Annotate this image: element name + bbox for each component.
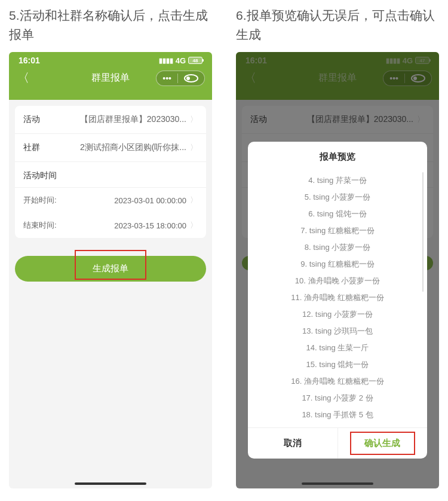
time-section-title: 活动时间 — [15, 162, 206, 188]
preview-item: 4. tsing 芹菜一份 — [257, 172, 418, 189]
step5-column: 5.活动和社群名称确认后，点击生成报单 16:01 ▮▮▮▮ 4G 48 〈 群… — [9, 6, 212, 488]
preview-item: 10. 渔舟唱晚 小菠萝一份 — [257, 273, 418, 289]
phone-screen-1: 16:01 ▮▮▮▮ 4G 48 〈 群里报单 ••• 活动 — [9, 52, 212, 488]
preview-modal: 报单预览 4. tsing 芹菜一份5. tsing 小菠萝一份6. tsing… — [248, 142, 427, 459]
end-time-value: 2023-03-15 18:00:00 — [57, 221, 186, 230]
end-time-label: 结束时间: — [23, 220, 57, 231]
generate-button-label: 生成报单 — [93, 263, 128, 273]
chevron-right-icon: 〉 — [190, 195, 198, 206]
preview-item-list: 4. tsing 芹菜一份5. tsing 小菠萝一份6. tsing 馄饨一份… — [257, 172, 418, 423]
preview-item: 14. tsing 生菜一斤 — [257, 340, 418, 356]
preview-item: 6. tsing 馄饨一份 — [257, 206, 418, 222]
preview-item: 7. tsing 红糖糍粑一份 — [257, 222, 418, 239]
preview-item: 13. tsing 沙琪玛一包 — [257, 323, 418, 340]
phone-screen-2: 16:01 ▮▮▮▮ 4G 47 〈 群里报单 ••• 活动 — [236, 52, 439, 488]
cancel-button[interactable]: 取消 — [248, 428, 338, 459]
modal-actions: 取消 确认生成 — [248, 427, 427, 459]
preview-item: 12. tsing 小菠萝一份 — [257, 306, 418, 323]
page-title: 群里报单 — [91, 72, 130, 84]
preview-item: 11. 渔舟唱晚 红糖糍粑一份 — [257, 289, 418, 306]
preview-item: 18. tsing 手抓饼 5 包 — [257, 407, 418, 423]
network-label: 4G — [176, 56, 186, 65]
clock: 16:01 — [19, 56, 40, 65]
preview-item: 5. tsing 小菠萝一份 — [257, 189, 418, 206]
app-header: 16:01 ▮▮▮▮ 4G 48 〈 群里报单 ••• — [9, 52, 212, 100]
modal-title: 报单预览 — [248, 142, 427, 172]
confirm-label: 确认生成 — [364, 438, 400, 448]
step5-caption: 5.活动和社群名称确认后，点击生成报单 — [9, 6, 212, 44]
start-time-row[interactable]: 开始时间: 2023-03-01 00:00:00 〉 — [15, 188, 206, 213]
confirm-button[interactable]: 确认生成 — [338, 428, 428, 459]
group-row[interactable]: 社群 2测试招商小区团购(听你抹... 〉 — [15, 134, 206, 162]
home-indicator[interactable] — [302, 482, 373, 485]
preview-item: 8. tsing 小菠萝一份 — [257, 239, 418, 256]
activity-label: 活动 — [23, 114, 65, 125]
menu-icon[interactable]: ••• — [157, 71, 177, 85]
battery-icon: 48 — [188, 57, 202, 64]
group-value: 2测试招商小区团购(听你抹... — [65, 142, 186, 153]
chevron-right-icon: 〉 — [190, 142, 198, 153]
cancel-label: 取消 — [284, 438, 302, 448]
start-time-label: 开始时间: — [23, 195, 57, 206]
generate-report-button[interactable]: 生成报单 — [15, 256, 206, 282]
step6-caption: 6.报单预览确认无误后，可点击确认生成 — [236, 6, 439, 44]
close-icon[interactable] — [178, 72, 204, 85]
chevron-right-icon: 〉 — [190, 220, 198, 231]
end-time-row[interactable]: 结束时间: 2023-03-15 18:00:00 〉 — [15, 213, 206, 238]
preview-item: 9. tsing 红糖糍粑一份 — [257, 256, 418, 273]
modal-body[interactable]: 4. tsing 芹菜一份5. tsing 小菠萝一份6. tsing 馄饨一份… — [248, 172, 427, 427]
start-time-value: 2023-03-01 00:00:00 — [57, 196, 186, 205]
group-label: 社群 — [23, 142, 65, 153]
miniprogram-capsule[interactable]: ••• — [156, 71, 205, 86]
step6-column: 6.报单预览确认无误后，可点击确认生成 16:01 ▮▮▮▮ 4G 47 〈 群… — [236, 6, 439, 488]
home-indicator[interactable] — [75, 482, 146, 485]
signal-icon: ▮▮▮▮ — [159, 57, 173, 65]
preview-item: 15. tsing 馄炖一份 — [257, 356, 418, 373]
status-right: ▮▮▮▮ 4G 48 — [159, 56, 202, 65]
scrollbar[interactable] — [422, 172, 424, 292]
chevron-right-icon: 〉 — [190, 114, 198, 125]
status-bar: 16:01 ▮▮▮▮ 4G 48 — [9, 52, 212, 65]
activity-value: 【团店群里报单】2023030... — [65, 114, 186, 125]
preview-item: 17. tsing 小菠萝 2 份 — [257, 390, 418, 407]
preview-item: 16. 渔舟唱晚 红糖糍粑一份 — [257, 373, 418, 390]
activity-row[interactable]: 活动 【团店群里报单】2023030... 〉 — [15, 106, 206, 134]
back-button[interactable]: 〈 — [17, 70, 29, 86]
nav-bar: 〈 群里报单 ••• — [9, 65, 212, 91]
form-card: 活动 【团店群里报单】2023030... 〉 社群 2测试招商小区团购(听你抹… — [15, 106, 206, 238]
